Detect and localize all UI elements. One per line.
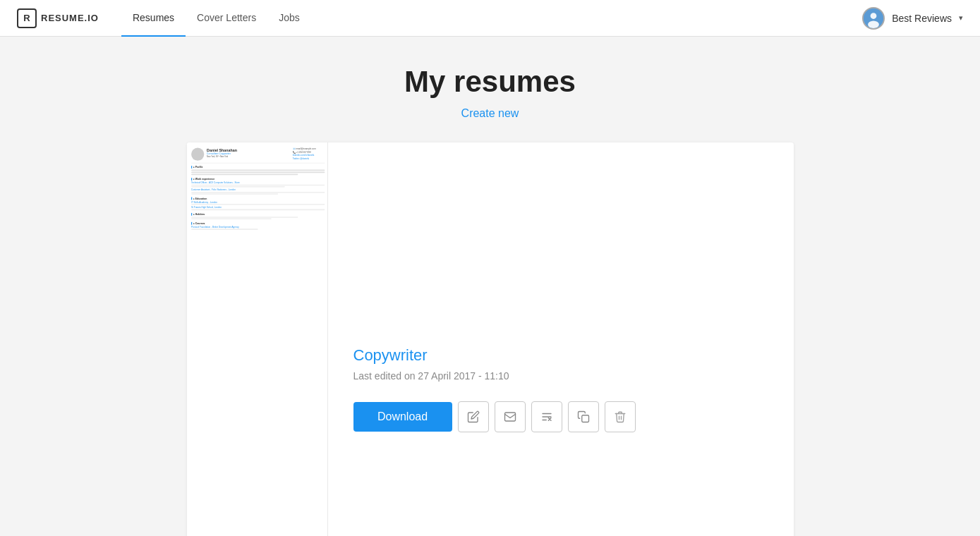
logo[interactable]: R RESUME.IO xyxy=(17,8,99,28)
nav-cover-letters[interactable]: Cover Letters xyxy=(186,0,267,37)
chevron-down-icon: ▾ xyxy=(959,13,963,23)
email-button-1[interactable] xyxy=(495,401,526,432)
duplicate-button-1[interactable] xyxy=(568,401,599,432)
page-title: My resumes xyxy=(187,65,794,99)
nav-right: Best Reviews ▾ xyxy=(862,7,963,30)
user-name: Best Reviews xyxy=(892,13,952,24)
rename-button-1[interactable] xyxy=(531,401,562,432)
brand-name: RESUME.IO xyxy=(41,13,99,23)
nav-links: Resumes Cover Letters Jobs xyxy=(121,0,862,37)
copy-icon xyxy=(577,410,590,423)
create-new-link[interactable]: Create new xyxy=(187,107,794,120)
main-content: My resumes Create new Daniel Shanahan Co… xyxy=(173,37,808,536)
resume-thumbnail-1: Daniel Shanahan Consultant Copywriter Ne… xyxy=(187,142,328,536)
download-button-1[interactable]: Download xyxy=(353,402,452,432)
resume-card-1: Daniel Shanahan Consultant Copywriter Ne… xyxy=(187,142,794,536)
avatar xyxy=(862,7,885,30)
resume-name-1: Copywriter xyxy=(353,346,768,365)
navbar: R RESUME.IO Resumes Cover Letters Jobs B… xyxy=(0,0,980,37)
email-icon xyxy=(504,410,516,423)
thumbnail-preview-1: Daniel Shanahan Consultant Copywriter Ne… xyxy=(187,142,328,330)
edit-icon xyxy=(467,410,480,423)
svg-rect-4 xyxy=(581,415,588,422)
nav-resumes[interactable]: Resumes xyxy=(121,0,186,37)
text-icon xyxy=(540,410,553,423)
svg-rect-3 xyxy=(504,413,515,421)
logo-icon: R xyxy=(17,8,37,28)
action-buttons-1: Download xyxy=(353,401,768,432)
delete-button-1[interactable] xyxy=(605,401,636,432)
svg-point-2 xyxy=(868,20,879,28)
nav-jobs[interactable]: Jobs xyxy=(267,0,311,37)
resume-date-1: Last edited on 27 April 2017 - 11:10 xyxy=(353,370,768,382)
edit-button-1[interactable] xyxy=(458,401,489,432)
trash-icon xyxy=(614,410,627,423)
svg-point-1 xyxy=(871,13,877,19)
resume-info-1: Copywriter Last edited on 27 April 2017 … xyxy=(328,142,794,536)
